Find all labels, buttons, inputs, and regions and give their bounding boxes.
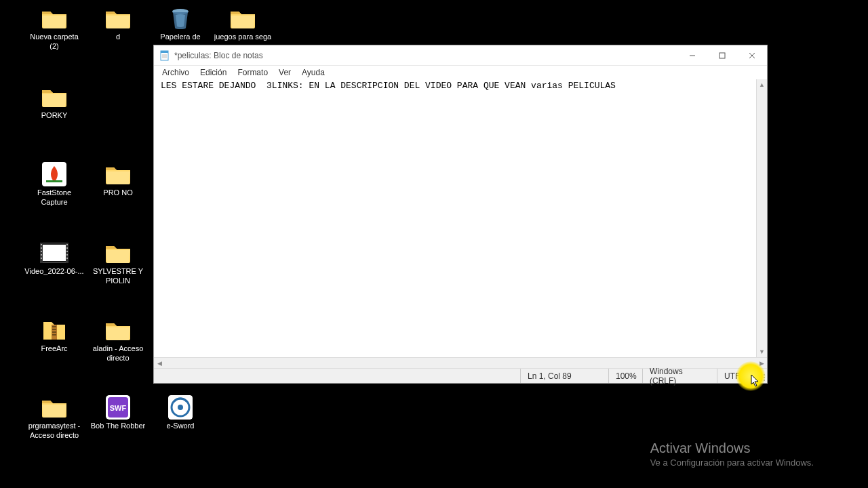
svg-point-40 [758,380,760,381]
desktop-icon-d[interactable]: d [88,7,148,42]
editor-area[interactable]: LES ESTARE DEJANDO 3LINKS: EN LA DESCRIP… [154,79,767,357]
scroll-right-icon[interactable]: ▶ [756,358,767,368]
watermark-message: Ve a Configuración para activar Windows. [650,458,814,468]
desktop-icon-aladin[interactable]: aladin - Acceso directo [88,319,148,363]
folder-icon [103,241,133,264]
status-zoom: 100% [608,369,642,383]
svg-rect-2 [46,180,62,182]
svg-point-39 [764,377,765,378]
window-controls [677,45,767,65]
svg-rect-6 [66,243,68,263]
folder-icon [103,7,133,30]
svg-rect-12 [66,244,68,245]
recycle-icon [165,7,195,30]
svg-rect-18 [52,326,56,327]
desktop-icon-label: juegos para sega [214,33,271,42]
svg-point-38 [761,377,762,378]
folder-icon [103,163,133,186]
folder-icon [39,7,69,30]
status-position: Ln 1, Col 89 [520,369,608,383]
desktop-icon-label: prgramasytest - Acceso directo [24,422,84,441]
svg-rect-8 [41,247,42,249]
svg-rect-19 [52,329,56,330]
svg-rect-9 [41,251,42,252]
svg-rect-29 [161,51,168,53]
notepad-window: *peliculas: Bloc de notas ArchivoEdición… [153,45,768,384]
desktop-icon-prgramasytest[interactable]: prgramasytest - Acceso directo [24,396,84,441]
svg-rect-16 [66,258,68,259]
folder-icon [103,319,133,342]
faststone-icon [39,163,69,186]
desktop-icon-bob-the-robber[interactable]: SWF Bob The Robber [88,396,148,431]
desktop-icon-recycle-bin[interactable]: Papelera de [151,7,210,42]
svg-rect-15 [66,254,68,256]
svg-point-41 [761,380,762,381]
desktop-icon-freearc[interactable]: FreeArc [24,319,84,354]
watermark-title: Activar Windows [650,441,814,456]
desktop-icon-nueva-carpeta-2[interactable]: Nueva carpeta (2) [24,7,84,52]
desktop-icon-label: FreeArc [41,344,67,354]
svg-rect-20 [52,331,56,333]
desktop-icon-label: Papelera de [160,33,200,42]
swf-icon: SWF [103,396,133,419]
notepad-icon [159,50,170,61]
scroll-track[interactable] [757,90,767,346]
menu-archivo[interactable]: Archivo [157,66,195,79]
freearc-icon [39,319,69,342]
desktop-icon-porky[interactable]: PORKY [24,85,84,121]
desktop-icon-juegos-para-sega[interactable]: juegos para sega [213,7,273,42]
desktop-icon-label: FastStone Capture [24,188,84,207]
svg-rect-10 [41,254,42,256]
menu-formato[interactable]: Formato [232,66,273,79]
activation-watermark: Activar Windows Ve a Configuración para … [650,441,814,468]
minimize-button[interactable] [677,45,707,65]
desktop-icon-label: Bob The Robber [91,422,146,431]
menu-edicin[interactable]: Edición [195,66,232,79]
svg-rect-13 [66,247,68,249]
desktop-icon-label: e-Sword [167,422,195,431]
svg-rect-11 [41,258,42,259]
esword-icon [165,396,195,419]
desktop-icon-label: Nueva carpeta (2) [24,33,84,52]
svg-rect-21 [52,334,56,336]
desktop-icon-pro-no[interactable]: PRO NO [88,163,148,198]
window-title: *peliculas: Bloc de notas [174,51,677,60]
desktop-icon-faststone-capture[interactable]: FastStone Capture [24,163,84,207]
close-button[interactable] [737,45,767,65]
status-line-ending: Windows (CRLF) [642,369,717,383]
status-encoding: UTF-8 [717,369,755,383]
desktop-icon-label: PORKY [41,111,68,121]
desktop-icon-label: aladin - Acceso directo [88,344,148,363]
menubar: ArchivoEdiciónFormatoVerAyuda [154,66,767,79]
desktop-icon-sylvestre-piolin[interactable]: SYLVESTRE Y PIOLIN [88,241,148,286]
resize-grip[interactable] [755,369,767,383]
scroll-up-icon[interactable]: ▲ [757,79,767,90]
folder-icon [39,396,69,419]
menu-ayuda[interactable]: Ayuda [296,66,330,79]
svg-point-37 [764,374,765,375]
svg-rect-14 [66,251,68,252]
titlebar[interactable]: *peliculas: Bloc de notas [154,45,767,66]
maximize-button[interactable] [707,45,737,65]
svg-rect-34 [719,53,725,58]
desktop-icon-label: SYLVESTRE Y PIOLIN [88,267,148,286]
desktop-icon-label: Video_2022-06-... [24,267,83,277]
scroll-left-icon[interactable]: ◀ [154,358,165,368]
folder-icon [39,85,69,108]
svg-point-27 [178,405,183,410]
scroll-down-icon[interactable]: ▼ [757,346,767,357]
svg-text:SWF: SWF [110,404,127,412]
folder-icon [228,7,258,30]
editor-content[interactable]: LES ESTARE DEJANDO 3LINKS: EN LA DESCRIP… [161,81,756,91]
svg-rect-7 [41,244,42,245]
menu-ver[interactable]: Ver [273,66,296,79]
statusbar: Ln 1, Col 89 100% Windows (CRLF) UTF-8 [154,368,767,383]
desktop-icon-label: PRO NO [103,188,132,198]
svg-rect-4 [42,245,66,261]
horizontal-scrollbar[interactable]: ◀ ▶ [154,357,767,368]
desktop-icon-e-sword[interactable]: e-Sword [151,396,210,431]
vertical-scrollbar[interactable]: ▲ ▼ [756,79,767,357]
svg-point-42 [764,380,765,381]
desktop-icon-video-2022-06[interactable]: Video_2022-06-... [24,241,84,277]
svg-rect-5 [40,243,43,263]
